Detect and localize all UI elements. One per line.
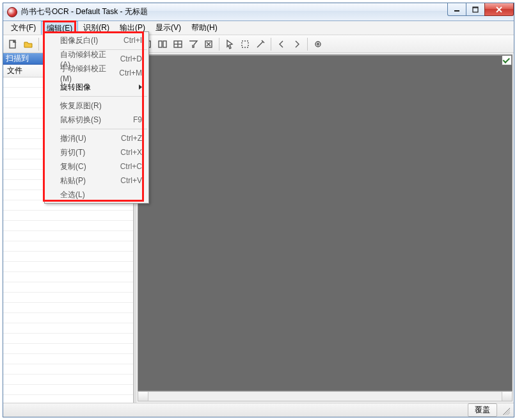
menu-file[interactable]: 文件(F): [6, 21, 41, 35]
list-item[interactable]: [3, 272, 133, 282]
maximize-icon: [472, 6, 479, 13]
layout-columns-button[interactable]: [155, 37, 170, 51]
gear-icon: [313, 39, 323, 49]
toolbar-separator: [219, 38, 219, 51]
minimize-button[interactable]: [447, 3, 466, 16]
list-item[interactable]: [3, 323, 133, 334]
list-item[interactable]: [3, 354, 133, 364]
scroll-left-arrow[interactable]: [138, 392, 148, 401]
menuitem-accel: F9: [133, 115, 142, 124]
pointer-icon: [225, 39, 235, 49]
horizontal-scrollbar[interactable]: [138, 391, 513, 401]
svg-point-24: [315, 42, 321, 47]
svg-rect-22: [242, 41, 248, 47]
menu-view[interactable]: 显示(V): [150, 21, 186, 35]
maximize-button[interactable]: [466, 3, 485, 16]
list-item[interactable]: [3, 334, 133, 344]
resize-grip-icon[interactable]: [501, 406, 510, 415]
window-controls: [448, 3, 514, 16]
list-item[interactable]: [3, 241, 133, 252]
list-item[interactable]: [3, 344, 133, 354]
list-item[interactable]: [3, 262, 133, 272]
arrow-right-icon: [292, 39, 302, 49]
close-button[interactable]: [484, 3, 514, 16]
menuitem-copy[interactable]: 复制(C) Ctrl+C: [45, 159, 148, 174]
menuitem-label: 鼠标切换(S): [60, 115, 101, 125]
overwrite-toggle[interactable]: 覆盖: [468, 403, 497, 417]
marquee-button[interactable]: [238, 37, 252, 51]
list-item[interactable]: [3, 313, 133, 323]
menuitem-restore-original[interactable]: 恢复原图(R): [45, 99, 148, 113]
menuitem-label: 撤消(U): [60, 133, 86, 144]
menuitem-accel: Ctrl+M: [119, 69, 142, 77]
list-item[interactable]: [3, 303, 133, 313]
titlebar[interactable]: 尚书七号OCR - Default Task - 无标题: [3, 3, 514, 21]
menuitem-label: 全选(L): [60, 190, 85, 200]
document-view[interactable]: [138, 54, 513, 391]
pointer-button[interactable]: [223, 37, 237, 51]
delete-cell-button[interactable]: [202, 37, 216, 51]
toolbar-separator: [271, 38, 271, 51]
left-pane-title: 扫描到: [6, 53, 29, 64]
menuitem-paste[interactable]: 粘贴(P) Ctrl+V: [45, 174, 148, 188]
settings-button[interactable]: [311, 37, 325, 51]
menuitem-label: 图像反白(I): [60, 35, 98, 46]
filter-button[interactable]: [186, 37, 200, 51]
menuitem-undo[interactable]: 撤消(U) Ctrl+Z: [45, 131, 148, 145]
list-item[interactable]: [3, 282, 133, 293]
menuitem-accel: Ctrl+C: [120, 162, 142, 171]
list-item[interactable]: [3, 231, 133, 241]
app-icon: [7, 7, 17, 17]
menuitem-label: 旋转图像: [60, 82, 91, 93]
menu-view-label: 显示(V): [155, 22, 181, 33]
next-button[interactable]: [290, 37, 304, 51]
menuitem-label: 复制(C): [60, 161, 86, 172]
edit-button[interactable]: [253, 37, 267, 51]
list-item[interactable]: [3, 252, 133, 262]
list-item[interactable]: [3, 221, 133, 231]
scroll-track[interactable]: [148, 392, 502, 401]
file-column-label: 文件: [7, 65, 22, 76]
menuitem-accel: Ctrl+D: [120, 54, 142, 63]
menu-help[interactable]: 帮助(H): [186, 21, 223, 35]
menuitem-accel: Ctrl+V: [120, 176, 142, 185]
layout-columns-icon: [157, 39, 168, 49]
menuitem-select-all[interactable]: 全选(L): [45, 188, 148, 202]
list-item[interactable]: [3, 375, 133, 385]
close-icon: [495, 6, 503, 13]
overwrite-label: 覆盖: [475, 405, 490, 414]
arrow-left-icon: [276, 39, 287, 49]
list-item[interactable]: [3, 364, 133, 375]
open-button[interactable]: [21, 37, 35, 51]
right-pane: [136, 53, 514, 403]
menuitem-label: 恢复原图(R): [60, 101, 102, 111]
statusbar: 覆盖: [3, 403, 514, 417]
annotation-toggle-checkbox[interactable]: [502, 55, 512, 65]
list-item[interactable]: [3, 211, 133, 221]
scroll-right-arrow[interactable]: [502, 392, 512, 401]
menuitem-mouse-toggle[interactable]: 鼠标切换(S) F9: [45, 113, 148, 127]
svg-rect-14: [163, 41, 166, 47]
new-button[interactable]: [6, 37, 20, 51]
menu-file-label: 文件(F): [11, 22, 36, 33]
menuitem-invert-image[interactable]: 图像反白(I) Ctrl+I: [45, 33, 148, 47]
list-item[interactable]: [3, 293, 133, 303]
svg-rect-13: [159, 41, 162, 47]
menuitem-accel: Ctrl+X: [120, 148, 142, 157]
menuitem-manual-deskew[interactable]: 手动倾斜校正(M) Ctrl+M: [45, 66, 148, 80]
document-icon: [8, 39, 18, 49]
edit-menu-dropdown: 图像反白(I) Ctrl+I 自动倾斜校正(A) Ctrl+D 手动倾斜校正(M…: [44, 31, 149, 204]
ruler-top: [138, 55, 502, 56]
menu-help-label: 帮助(H): [191, 22, 218, 33]
list-item[interactable]: [3, 385, 133, 395]
menu-separator: [60, 96, 147, 97]
table-icon: [173, 39, 183, 49]
menuitem-label: 剪切(T): [60, 147, 85, 158]
pencil-icon: [255, 39, 266, 49]
layout-table-button[interactable]: [171, 37, 185, 51]
menuitem-cut[interactable]: 剪切(T) Ctrl+X: [45, 145, 148, 159]
prev-button[interactable]: [274, 37, 289, 51]
window-title: 尚书七号OCR - Default Task - 无标题: [21, 6, 148, 17]
funnel-icon: [188, 39, 198, 49]
svg-point-25: [317, 43, 319, 45]
